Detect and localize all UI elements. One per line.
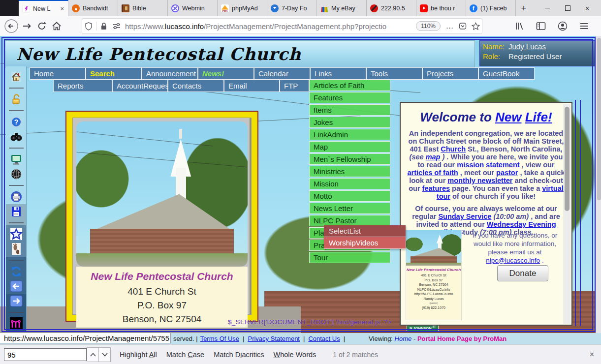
panel-scrollbar[interactable] [564, 104, 570, 324]
nav-item-news[interactable]: News! [198, 67, 254, 80]
browser-tab[interactable]: phpMyAd [218, 0, 267, 16]
maximize-button[interactable] [558, 0, 577, 16]
browser-tab[interactable]: 7-Day Fo [267, 0, 317, 16]
menu-item-items[interactable]: Items [309, 104, 390, 116]
menu-item-men-s-fellowship[interactable]: Men`s Fellowship [309, 153, 390, 165]
donate-button[interactable]: Donate [497, 265, 548, 281]
find-previous-button[interactable] [87, 347, 99, 362]
star-icon[interactable] [10, 228, 23, 241]
minimize-button[interactable] [538, 0, 558, 16]
submenu-item-worshipvideos[interactable]: WorshipVideos [324, 237, 406, 249]
browser-tab[interactable]: Webmin [168, 0, 218, 16]
menu-item-linkadmin[interactable]: LinkAdmin [309, 129, 390, 140]
zoom-level-badge[interactable]: 110% [416, 21, 441, 31]
browser-tab[interactable]: (1) Faceb [466, 0, 516, 16]
link-map[interactable]: map [426, 153, 441, 161]
new-link[interactable]: New [495, 110, 521, 124]
url-text[interactable]: https://www.lucasco.info/ProjectManageme… [125, 22, 416, 30]
globe-icon[interactable] [10, 168, 23, 181]
link-pastor[interactable]: pastor [496, 169, 518, 177]
viewing-page-link[interactable]: Home [395, 335, 412, 342]
life-link[interactable]: Life! [525, 110, 552, 124]
new-tab-button[interactable]: + [516, 0, 532, 16]
arrow-left-icon[interactable] [10, 280, 23, 293]
browser-tab[interactable]: My eBay [317, 0, 367, 16]
nav-item-links[interactable]: Links [310, 67, 366, 80]
nav-item-reports[interactable]: Reports [53, 80, 112, 92]
menu-item-news-letter[interactable]: News Letter [309, 203, 390, 214]
browser-tab[interactable]: Bandwidt [68, 0, 118, 16]
nav-item-guestbook[interactable]: GuestBook [478, 67, 535, 80]
link-features[interactable]: features [422, 184, 450, 192]
url-bar[interactable]: https://www.lucasco.info/ProjectManageme… [82, 18, 482, 34]
nav-item-calendar[interactable]: Calendar [254, 67, 310, 80]
proman-icon[interactable] [10, 317, 23, 330]
reload-button[interactable] [34, 19, 49, 33]
nav-item-contacts[interactable]: Contacts [168, 80, 224, 92]
link-monthly-newsletter[interactable]: monthly newsletter [447, 177, 512, 184]
binoculars-icon[interactable] [10, 130, 23, 143]
help-icon[interactable]: ? [10, 116, 23, 128]
find-next-button[interactable] [99, 347, 111, 362]
save-icon[interactable] [10, 205, 23, 218]
lock-icon[interactable] [97, 22, 110, 30]
forward-button[interactable] [20, 19, 34, 33]
find-toggle-match-case[interactable]: Match Case [166, 351, 204, 359]
menu-item-nlpc-pastor[interactable]: NLPC Pastor [309, 215, 390, 226]
link-mission-statement[interactable]: mission statement [457, 161, 519, 169]
arrow-right-icon[interactable] [10, 295, 23, 307]
footer-link-privacy-statement[interactable]: Privacy Statement [248, 335, 300, 342]
link-articles-of-faith[interactable]: articles of faith [408, 169, 458, 177]
browser-scrollbar[interactable] [596, 36, 601, 333]
pocket-icon[interactable] [456, 22, 469, 30]
refresh-icon[interactable] [10, 265, 23, 278]
menu-item-mission[interactable]: Mission [309, 178, 390, 189]
back-button[interactable] [3, 18, 20, 34]
permissions-icon[interactable] [110, 23, 123, 30]
sidebar-toggle-icon[interactable] [534, 19, 548, 33]
nav-item-accountrequest[interactable]: AccountRequest [112, 80, 168, 92]
nav-item-email[interactable]: Email [224, 80, 280, 92]
menu-item-articles-of-faith[interactable]: Articles of Faith [309, 80, 390, 91]
browser-tab[interactable]: New L× [19, 0, 68, 16]
find-toggle-highlight-all[interactable]: Highlight All [120, 351, 157, 359]
printer-icon[interactable] [10, 190, 23, 203]
browser-tab[interactable]: be thou r [416, 0, 466, 16]
close-button[interactable]: × [577, 0, 597, 16]
find-toggle-whole-words[interactable]: Whole Words [274, 351, 316, 359]
menu-item-features[interactable]: Features [309, 92, 390, 103]
browser-tab[interactable]: Bible [118, 0, 168, 16]
lock-icon[interactable] [10, 93, 23, 106]
tracking-protection-icon[interactable] [82, 22, 95, 30]
find-input[interactable] [4, 348, 87, 361]
nav-item-search[interactable]: Search [86, 67, 142, 80]
browser-tab[interactable]: 222.90.5 [367, 0, 416, 16]
user-name-link[interactable]: Judy Lucas [508, 42, 546, 51]
footer-link-contact-us[interactable]: Contact Us [308, 335, 340, 342]
nav-item-home[interactable]: Home [30, 67, 86, 80]
page-actions-icon[interactable]: … [443, 22, 456, 30]
menu-hamburger-icon[interactable] [577, 19, 592, 33]
menu-item-tour[interactable]: Tour [309, 252, 390, 263]
nav-item-ftp[interactable]: FTP [280, 80, 309, 92]
find-toggle-match-diacritics[interactable]: Match Diacritics [214, 351, 264, 359]
menu-item-map[interactable]: Map [309, 141, 390, 152]
nav-item-projects[interactable]: Projects [422, 67, 478, 80]
bookmark-star-icon[interactable] [469, 22, 482, 30]
menu-item-motto[interactable]: Motto [309, 190, 390, 202]
footprints-icon[interactable] [10, 243, 23, 255]
tab-close-icon[interactable]: × [60, 5, 64, 12]
footer-link-terms-of-use[interactable]: Terms Of Use [200, 335, 239, 342]
link-sunday-service[interactable]: Sunday Service [438, 212, 491, 220]
nav-item-tools[interactable]: Tools [366, 67, 422, 80]
nav-item-announcement[interactable]: Announcement [142, 67, 198, 80]
home-button[interactable] [49, 19, 64, 33]
account-icon[interactable] [555, 19, 570, 33]
library-icon[interactable] [512, 19, 527, 33]
link-nlpc@lucasco.info[interactable]: nlpc@lucasco.info [486, 257, 540, 264]
monitor-icon[interactable] [10, 153, 23, 166]
submenu-item-selectlist[interactable]: SelectList [324, 225, 406, 237]
menu-item-ministries[interactable]: Ministries [309, 166, 390, 177]
home-icon[interactable] [10, 70, 23, 83]
link-church[interactable]: Church [441, 145, 466, 153]
